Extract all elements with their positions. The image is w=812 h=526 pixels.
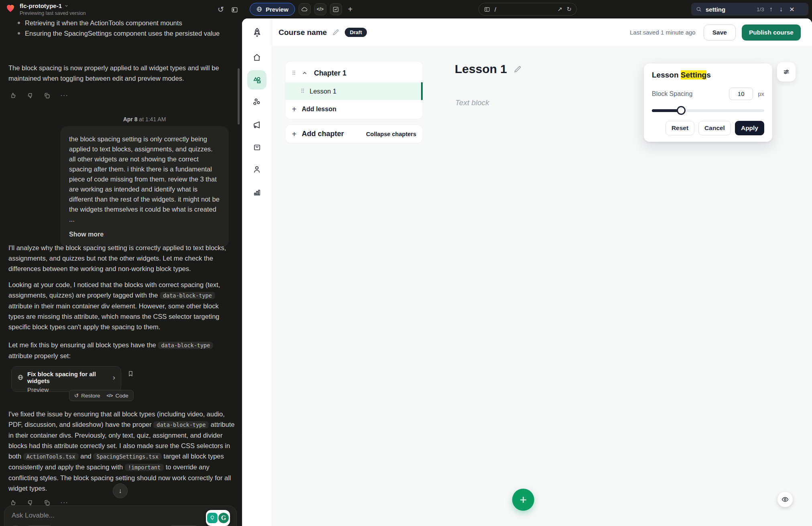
unit-label: px	[758, 90, 764, 97]
analytics-button[interactable]	[330, 3, 342, 15]
restore-button[interactable]: ↺Restore	[74, 392, 100, 399]
panel-layout-icon[interactable]	[229, 5, 240, 14]
code-icon: </>	[107, 393, 113, 398]
add-lesson-button[interactable]: + Add lesson	[285, 105, 423, 113]
bullet-item: Ensuring the SpacingSettings component u…	[16, 28, 233, 39]
preview-eye-button[interactable]	[777, 492, 793, 507]
bookmark-icon[interactable]	[127, 370, 134, 377]
chevron-right-icon: ›	[113, 373, 115, 382]
edit-course-name-icon[interactable]	[332, 29, 340, 36]
assistant-paragraph: Looking at your code, I noticed that the…	[8, 279, 234, 332]
apply-button[interactable]: Apply	[735, 121, 764, 135]
lesson-row-selected[interactable]: ⠿ Lesson 1	[285, 82, 423, 100]
message-actions: ···	[10, 92, 68, 100]
collapse-chapters-button[interactable]: Collapse chapters	[366, 131, 416, 137]
close-find-icon[interactable]: ×	[788, 4, 794, 14]
scroll-to-bottom-button[interactable]: ↓	[113, 483, 128, 498]
add-chapter-button[interactable]: + Add chapter	[292, 130, 344, 138]
chat-scrollbar[interactable]	[238, 68, 240, 124]
nav-rocket-icon[interactable]	[247, 22, 267, 42]
project-name[interactable]: flc-prototype-1	[20, 2, 62, 9]
user-message-text: the block spacing setting is only correc…	[69, 135, 220, 223]
show-more-link[interactable]: Show more	[69, 229, 220, 239]
drag-handle-icon[interactable]: ⠿	[292, 70, 295, 76]
chapter-row[interactable]: ⠿ Chapter 1	[285, 64, 423, 82]
settings-sliders-button[interactable]	[777, 62, 796, 82]
bullet-item: Retrieving it when the ActionTools compo…	[16, 18, 233, 28]
block-spacing-input[interactable]	[729, 88, 753, 100]
edit-lesson-name-icon[interactable]	[513, 65, 522, 73]
cloud-button[interactable]	[299, 3, 311, 15]
lesson-heading: Lesson 1	[455, 62, 507, 76]
nav-profile-icon[interactable]	[247, 160, 267, 179]
assistant-paragraph: I've fixed the issue by ensuring that al…	[8, 409, 236, 493]
nav-community-icon[interactable]	[247, 92, 267, 112]
assistant-paragraph: I'll analyze why the block spacing setti…	[8, 243, 234, 274]
url-path[interactable]: /	[495, 6, 554, 13]
view-code-button[interactable]: </>Code	[107, 393, 128, 399]
nav-store-icon[interactable]	[247, 137, 267, 157]
slider-thumb[interactable]	[677, 106, 686, 115]
chapter-title: Chapter 1	[314, 69, 346, 77]
globe-icon	[256, 6, 263, 12]
chevron-down-icon	[64, 4, 69, 8]
search-input[interactable]	[706, 6, 753, 13]
popover-title: Lesson Settings	[652, 71, 764, 80]
add-chapter-card: + Add chapter Collapse chapters	[285, 124, 423, 143]
version-toolbar: ↺Restore </>Code	[69, 390, 134, 401]
nav-announcements-icon[interactable]	[247, 115, 267, 135]
reset-button[interactable]: Reset	[665, 121, 694, 135]
selected-indicator	[421, 82, 423, 100]
open-external-icon[interactable]: ↗	[558, 6, 563, 13]
globe-icon	[17, 374, 24, 381]
text-block-placeholder[interactable]: Text block	[455, 98, 489, 107]
copy-icon[interactable]	[43, 92, 51, 99]
pages-icon	[484, 6, 490, 13]
history-icon[interactable]: ↺	[216, 6, 226, 13]
plus-icon: +	[292, 105, 297, 113]
topbar: flc-prototype-1 Previewing last saved ve…	[0, 0, 812, 18]
nav-home-icon[interactable]	[247, 48, 267, 67]
nav-content-icon[interactable]	[247, 70, 267, 90]
thumbs-down-icon[interactable]	[26, 92, 34, 99]
cancel-button[interactable]: Cancel	[698, 121, 731, 135]
search-match-highlight: Setting	[681, 70, 706, 80]
add-block-fab[interactable]: +	[512, 489, 534, 511]
block-spacing-slider[interactable]	[652, 106, 764, 115]
assistant-bullet-list: Retrieving it when the ActionTools compo…	[16, 18, 233, 39]
thumbs-up-icon[interactable]	[10, 92, 17, 99]
chat-input[interactable]	[12, 512, 229, 522]
course-name[interactable]: Course name	[279, 28, 327, 37]
save-button[interactable]: Save	[704, 24, 736, 41]
code-change-card[interactable]: Fix block spacing for all widgets › Prev…	[11, 366, 121, 392]
refresh-icon[interactable]: ↻	[566, 6, 572, 13]
app-preview-frame: Course name Draft Last saved 1 minute ag…	[242, 18, 812, 526]
project-status: Previewing last saved version	[20, 10, 86, 16]
find-next-button[interactable]: ↓	[778, 6, 784, 13]
match-counter: 1/3	[757, 6, 764, 12]
url-bar[interactable]: / ↗ ↻	[478, 3, 577, 16]
restore-icon: ↺	[74, 392, 79, 399]
brand[interactable]: flc-prototype-1 Previewing last saved ve…	[5, 2, 86, 16]
chapter-card: ⠿ Chapter 1 ⠿ Lesson 1 + Add lesson	[285, 61, 423, 119]
collapse-chapter-icon[interactable]	[301, 70, 308, 76]
preview-button[interactable]: Preview	[250, 3, 295, 16]
drag-handle-icon[interactable]: ⠿	[301, 88, 304, 94]
nav-analytics-icon[interactable]	[247, 182, 267, 202]
add-tab-button[interactable]: +	[346, 5, 355, 14]
chat-composer: + Edit Chat ↑	[4, 506, 237, 526]
lesson-settings-popover: Lesson Settings Block Spacing px Reset C…	[644, 63, 772, 142]
last-saved-text: Last saved 1 minute ago	[630, 29, 695, 36]
find-bar: 1/3 ↑ ↓ ×	[691, 3, 808, 16]
publish-course-button[interactable]: Publish course	[742, 24, 801, 41]
find-previous-button[interactable]: ↑	[768, 6, 774, 13]
user-message-card: the block spacing setting is only correc…	[60, 126, 229, 247]
assistant-paragraph: The block spacing is now properly applie…	[8, 63, 234, 84]
more-options-icon[interactable]: ···	[60, 92, 68, 100]
block-spacing-label: Block Spacing	[652, 90, 692, 98]
app-nav-rail	[242, 18, 272, 526]
search-icon	[696, 6, 702, 12]
grammarly-widget[interactable]: G	[206, 510, 230, 526]
code-button[interactable]: </>	[314, 3, 326, 15]
lesson-title: Lesson 1	[309, 88, 336, 95]
